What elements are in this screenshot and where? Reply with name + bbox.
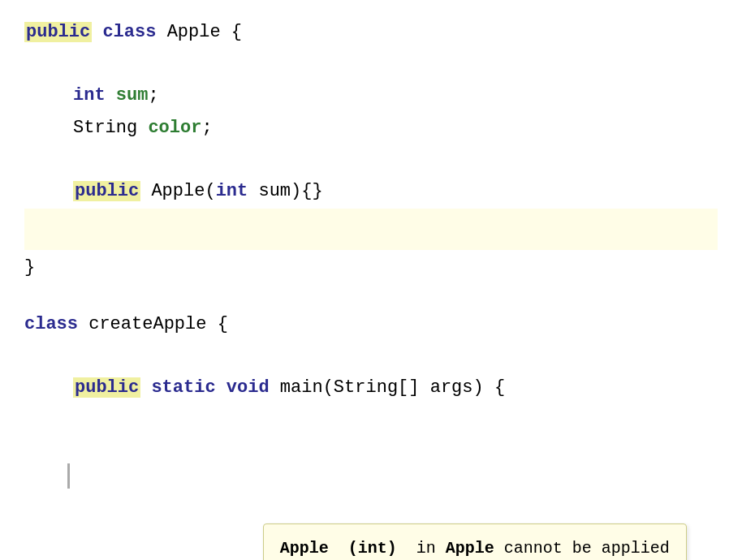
line-main-method: public static void main(String[] args) { (24, 372, 718, 403)
line-blank-2 (24, 144, 718, 175)
keyword-class-1: class (102, 22, 156, 42)
line-string-color: String color; (24, 112, 718, 144)
line-blank-1 (24, 48, 718, 80)
keyword-static: static (151, 377, 215, 398)
keyword-int-2: int (216, 181, 248, 201)
line-close-1: } (24, 252, 718, 283)
keyword-public-3: public (73, 377, 140, 398)
class-name-apple: Apple { (167, 22, 242, 42)
tooltip-line-1: Apple (int) in Apple cannot be applied (280, 536, 670, 560)
method-main-sig: main(String[] args) { (280, 377, 505, 398)
tooltip-apple-2: Apple (446, 539, 494, 558)
param-sum: sum){} (258, 181, 322, 201)
line-apple-instantiate: Apple apple1 = new Apple(); Apple (int) … (24, 403, 718, 560)
tooltip-int: (int) (348, 539, 397, 558)
code-editor: public class Apple { int sum; String col… (24, 16, 718, 560)
keyword-public-1: public (24, 22, 92, 42)
keyword-class-2: class (24, 314, 78, 334)
bar-indicator (67, 463, 70, 489)
class-name-createapple: createApple { (88, 314, 228, 334)
section-gap (24, 284, 718, 308)
line-blank-3 (24, 340, 718, 372)
highlighted-empty-line (24, 209, 718, 250)
type-string: String (73, 118, 137, 138)
keyword-public-2: public (73, 181, 140, 201)
tooltip-apple-1: Apple (280, 539, 329, 558)
keyword-int-1: int (73, 85, 106, 106)
var-sum: sum (116, 85, 149, 106)
line-class2-decl: class createApple { (24, 308, 718, 340)
var-color: color (148, 118, 201, 138)
line-int-sum: int sum; (24, 80, 718, 111)
line-1: public class Apple { (24, 16, 718, 48)
tooltip-container: Apple(); Apple (int) in Apple cannot be … (271, 491, 421, 560)
line-constructor: public Apple(int sum){} (24, 175, 718, 207)
keyword-void: void (226, 377, 270, 398)
constructor-body: Apple( (151, 181, 215, 201)
error-tooltip: Apple (int) in Apple cannot be applied t… (263, 523, 687, 560)
